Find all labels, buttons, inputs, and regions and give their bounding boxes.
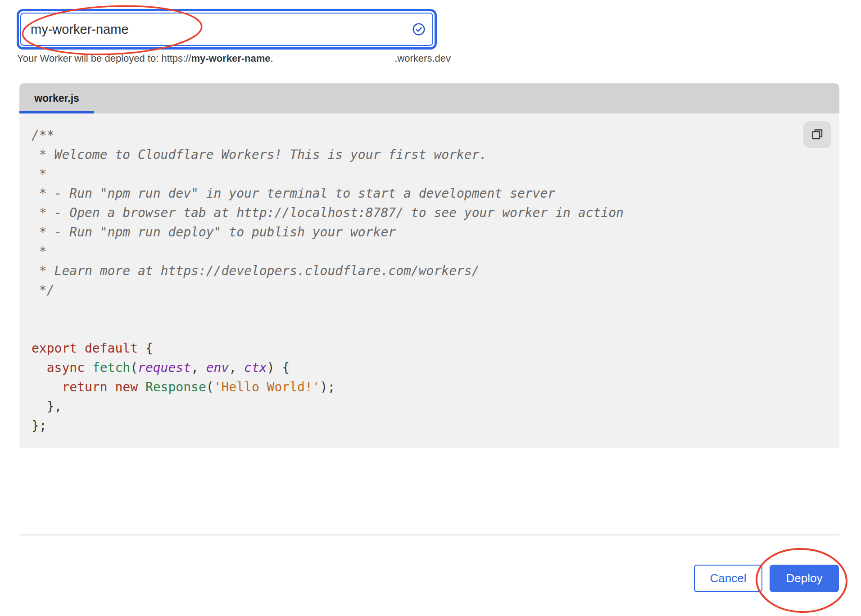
code-line: /** [32, 126, 839, 145]
code-area: /** * Welcome to Cloudflare Workers! Thi… [19, 113, 839, 448]
code-line: * Learn more at https://developers.cloud… [32, 261, 839, 281]
editor-tab-bar: worker.js [19, 83, 839, 113]
worker-name-field [17, 9, 437, 50]
code-line: * [32, 242, 839, 261]
code-line: * - Run "npm run dev" in your terminal t… [32, 184, 839, 203]
code-line: * [32, 164, 839, 184]
check-circle-icon [405, 23, 432, 36]
deploy-url-prefix: Your Worker will be deployed to: https:/… [17, 53, 273, 64]
code-line: export default { [32, 339, 839, 358]
cancel-button[interactable]: Cancel [694, 565, 762, 592]
worker-name-input[interactable] [21, 22, 405, 37]
code-editor-panel: worker.js /** * Welcome to Cloudflare Wo… [19, 83, 839, 448]
code-line: }; [32, 416, 839, 435]
code-line: }, [32, 397, 839, 416]
code-line: async fetch(request, env, ctx) { [32, 358, 839, 377]
code-line: */ [32, 281, 839, 300]
code-line: * - Open a browser tab at http://localho… [32, 203, 839, 222]
code-line: * - Run "npm run deploy" to publish your… [32, 222, 839, 242]
code-line [32, 300, 839, 319]
code-content: /** * Welcome to Cloudflare Workers! Thi… [19, 113, 839, 435]
deploy-url-worker-name: my-worker-name [191, 53, 270, 64]
deploy-button[interactable]: Deploy [770, 565, 839, 592]
code-line: return new Response('Hello World!'); [32, 377, 839, 397]
copy-code-button[interactable] [803, 121, 831, 148]
copy-icon [811, 127, 824, 142]
footer-divider [19, 534, 839, 535]
code-line: * Welcome to Cloudflare Workers! This is… [32, 145, 839, 164]
tab-worker-js[interactable]: worker.js [19, 83, 94, 113]
worker-name-field-inner [20, 13, 433, 46]
code-line [32, 319, 839, 339]
tab-worker-js-label: worker.js [34, 92, 79, 104]
deploy-url-helper: Your Worker will be deployed to: https:/… [17, 53, 451, 64]
deploy-url-suffix: .workers.dev [394, 53, 451, 64]
